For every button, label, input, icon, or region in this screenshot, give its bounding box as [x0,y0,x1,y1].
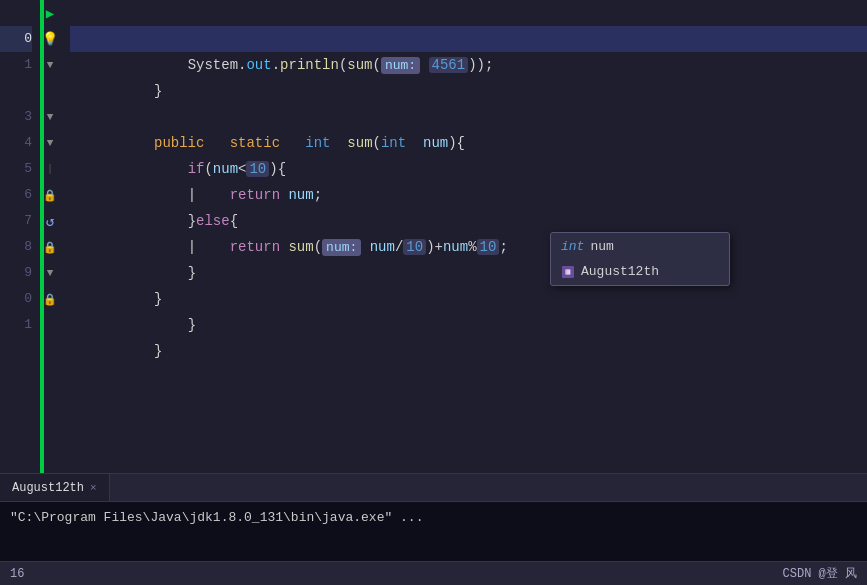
status-right: CSDN @登 风 [783,565,857,582]
line-num-3: 3 [0,104,32,130]
line-num-8: 8 [0,234,32,260]
line-num-5: 5 [0,156,32,182]
line-numbers: 0 1 3 4 5 6 7 8 9 0 1 [0,0,40,473]
code-line-10: } [70,260,867,286]
ac-name-num: num [590,238,613,256]
brace-close-6: } [154,343,162,359]
code-line-5: if(num<10){ [70,130,867,156]
code-line-8: | return sum(num: num/10)+num%10; [70,208,867,234]
autocomplete-popup: int num ▦ August12th [550,232,730,286]
line-num-0: 0 [0,26,32,52]
line-num-7: 7 [0,208,32,234]
code-line-3 [70,78,867,104]
code-line-12: } [70,312,867,338]
line-num-4: 4 [0,130,32,156]
code-line-9: } [70,234,867,260]
tab-label: August12th [12,481,84,495]
ac-book-icon: ▦ [561,265,575,279]
editor-area: 0 1 3 4 5 6 7 8 9 0 1 ▶ 💡 ▼ ▼ ▼ | 🔒 ↺ 🔒 [0,0,867,473]
code-line-7: }else{ [70,182,867,208]
line-num-10: 0 [0,286,32,312]
line-num-6: 6 [0,182,32,208]
code-line-6: | return num; [70,156,867,182]
green-bar [40,0,44,473]
autocomplete-item-august[interactable]: ▦ August12th [551,259,729,285]
bottom-tabs: August12th × [0,473,867,501]
book-icon: ▦ [562,266,574,278]
code-line-0: public static void main(String[] args) { [70,0,867,26]
line-num-1: 1 [0,52,32,78]
autocomplete-item-int-num[interactable]: int num [551,233,729,259]
code-line-1: System.out.println(sum(num: 4561)); [70,26,867,52]
code-line-4: public static int sum(int num){ [70,104,867,130]
code-line-2: } [70,52,867,78]
status-left: 16 [10,567,24,581]
terminal-line-1: "C:\Program Files\Java\jdk1.8.0_131\bin\… [10,508,857,528]
line-num-11: 1 [0,312,32,338]
gutter: ▶ 💡 ▼ ▼ ▼ | 🔒 ↺ 🔒 ▼ 🔒 [40,0,60,473]
line-num-2 [0,78,32,104]
tab-august12th[interactable]: August12th × [0,474,110,502]
tab-close-icon[interactable]: × [90,482,97,494]
line-num-empty1 [0,0,32,26]
code-content: public static void main(String[] args) {… [60,0,867,473]
terminal-command: "C:\Program Files\Java\jdk1.8.0_131\bin\… [10,510,423,525]
ac-type-int: int [561,238,584,256]
terminal-area: "C:\Program Files\Java\jdk1.8.0_131\bin\… [0,501,867,561]
code-line-11: } [70,286,867,312]
status-bar: 16 CSDN @登 风 [0,561,867,585]
ac-name-august: August12th [581,263,659,281]
line-num-9: 9 [0,260,32,286]
